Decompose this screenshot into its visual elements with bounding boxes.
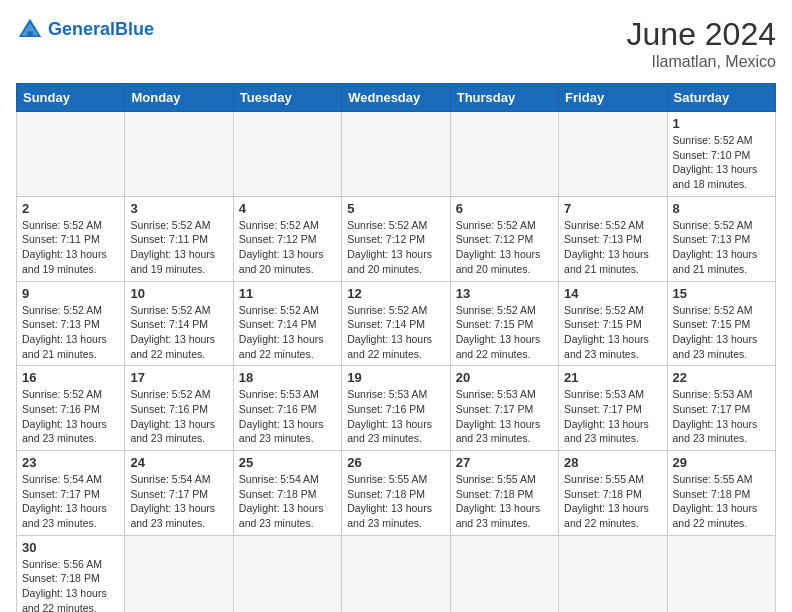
day-info: Sunrise: 5:55 AM Sunset: 7:18 PM Dayligh… <box>456 472 553 531</box>
calendar-cell: 2Sunrise: 5:52 AM Sunset: 7:11 PM Daylig… <box>17 196 125 281</box>
day-info: Sunrise: 5:52 AM Sunset: 7:14 PM Dayligh… <box>130 303 227 362</box>
logo-icon <box>16 16 44 44</box>
day-header-wednesday: Wednesday <box>342 84 450 112</box>
day-info: Sunrise: 5:52 AM Sunset: 7:15 PM Dayligh… <box>564 303 661 362</box>
calendar-cell <box>125 112 233 197</box>
calendar-week-2: 9Sunrise: 5:52 AM Sunset: 7:13 PM Daylig… <box>17 281 776 366</box>
day-number: 27 <box>456 455 553 470</box>
calendar-cell <box>125 535 233 612</box>
day-number: 13 <box>456 286 553 301</box>
calendar-cell <box>342 535 450 612</box>
day-number: 25 <box>239 455 336 470</box>
day-info: Sunrise: 5:53 AM Sunset: 7:16 PM Dayligh… <box>347 387 444 446</box>
day-number: 12 <box>347 286 444 301</box>
calendar-cell <box>450 112 558 197</box>
calendar-cell: 26Sunrise: 5:55 AM Sunset: 7:18 PM Dayli… <box>342 451 450 536</box>
day-header-monday: Monday <box>125 84 233 112</box>
day-info: Sunrise: 5:54 AM Sunset: 7:17 PM Dayligh… <box>22 472 119 531</box>
day-number: 8 <box>673 201 770 216</box>
title-block: June 2024 Ilamatlan, Mexico <box>627 16 776 71</box>
day-header-saturday: Saturday <box>667 84 775 112</box>
calendar-cell: 8Sunrise: 5:52 AM Sunset: 7:13 PM Daylig… <box>667 196 775 281</box>
day-header-tuesday: Tuesday <box>233 84 341 112</box>
day-header-friday: Friday <box>559 84 667 112</box>
calendar-cell: 4Sunrise: 5:52 AM Sunset: 7:12 PM Daylig… <box>233 196 341 281</box>
day-number: 15 <box>673 286 770 301</box>
calendar-cell: 3Sunrise: 5:52 AM Sunset: 7:11 PM Daylig… <box>125 196 233 281</box>
day-info: Sunrise: 5:52 AM Sunset: 7:10 PM Dayligh… <box>673 133 770 192</box>
logo-general: General <box>48 19 115 39</box>
calendar-cell: 1Sunrise: 5:52 AM Sunset: 7:10 PM Daylig… <box>667 112 775 197</box>
day-info: Sunrise: 5:52 AM Sunset: 7:13 PM Dayligh… <box>673 218 770 277</box>
day-number: 23 <box>22 455 119 470</box>
day-number: 20 <box>456 370 553 385</box>
day-info: Sunrise: 5:52 AM Sunset: 7:13 PM Dayligh… <box>22 303 119 362</box>
calendar-cell: 20Sunrise: 5:53 AM Sunset: 7:17 PM Dayli… <box>450 366 558 451</box>
calendar-cell: 30Sunrise: 5:56 AM Sunset: 7:18 PM Dayli… <box>17 535 125 612</box>
day-number: 28 <box>564 455 661 470</box>
day-info: Sunrise: 5:52 AM Sunset: 7:12 PM Dayligh… <box>347 218 444 277</box>
day-number: 5 <box>347 201 444 216</box>
calendar-cell <box>233 535 341 612</box>
day-number: 29 <box>673 455 770 470</box>
calendar-cell: 18Sunrise: 5:53 AM Sunset: 7:16 PM Dayli… <box>233 366 341 451</box>
day-info: Sunrise: 5:54 AM Sunset: 7:18 PM Dayligh… <box>239 472 336 531</box>
calendar-cell <box>559 112 667 197</box>
calendar-table: SundayMondayTuesdayWednesdayThursdayFrid… <box>16 83 776 612</box>
day-info: Sunrise: 5:52 AM Sunset: 7:11 PM Dayligh… <box>22 218 119 277</box>
calendar-cell: 10Sunrise: 5:52 AM Sunset: 7:14 PM Dayli… <box>125 281 233 366</box>
day-number: 6 <box>456 201 553 216</box>
day-number: 30 <box>22 540 119 555</box>
calendar-header-row: SundayMondayTuesdayWednesdayThursdayFrid… <box>17 84 776 112</box>
calendar-week-1: 2Sunrise: 5:52 AM Sunset: 7:11 PM Daylig… <box>17 196 776 281</box>
calendar-cell: 11Sunrise: 5:52 AM Sunset: 7:14 PM Dayli… <box>233 281 341 366</box>
day-number: 14 <box>564 286 661 301</box>
day-info: Sunrise: 5:52 AM Sunset: 7:15 PM Dayligh… <box>673 303 770 362</box>
day-info: Sunrise: 5:54 AM Sunset: 7:17 PM Dayligh… <box>130 472 227 531</box>
day-info: Sunrise: 5:56 AM Sunset: 7:18 PM Dayligh… <box>22 557 119 612</box>
day-number: 17 <box>130 370 227 385</box>
logo-text: GeneralBlue <box>48 20 154 40</box>
day-number: 11 <box>239 286 336 301</box>
day-info: Sunrise: 5:53 AM Sunset: 7:17 PM Dayligh… <box>564 387 661 446</box>
day-info: Sunrise: 5:52 AM Sunset: 7:14 PM Dayligh… <box>239 303 336 362</box>
calendar-cell: 17Sunrise: 5:52 AM Sunset: 7:16 PM Dayli… <box>125 366 233 451</box>
day-header-sunday: Sunday <box>17 84 125 112</box>
calendar-cell: 23Sunrise: 5:54 AM Sunset: 7:17 PM Dayli… <box>17 451 125 536</box>
calendar-week-5: 30Sunrise: 5:56 AM Sunset: 7:18 PM Dayli… <box>17 535 776 612</box>
calendar-cell <box>17 112 125 197</box>
calendar-cell <box>450 535 558 612</box>
day-info: Sunrise: 5:53 AM Sunset: 7:17 PM Dayligh… <box>456 387 553 446</box>
day-number: 24 <box>130 455 227 470</box>
page-header: GeneralBlue June 2024 Ilamatlan, Mexico <box>16 16 776 71</box>
calendar-cell: 13Sunrise: 5:52 AM Sunset: 7:15 PM Dayli… <box>450 281 558 366</box>
day-number: 9 <box>22 286 119 301</box>
calendar-cell: 6Sunrise: 5:52 AM Sunset: 7:12 PM Daylig… <box>450 196 558 281</box>
calendar-cell <box>233 112 341 197</box>
day-number: 1 <box>673 116 770 131</box>
day-number: 26 <box>347 455 444 470</box>
day-info: Sunrise: 5:52 AM Sunset: 7:12 PM Dayligh… <box>239 218 336 277</box>
svg-rect-2 <box>27 31 33 37</box>
calendar-week-4: 23Sunrise: 5:54 AM Sunset: 7:17 PM Dayli… <box>17 451 776 536</box>
day-info: Sunrise: 5:52 AM Sunset: 7:14 PM Dayligh… <box>347 303 444 362</box>
calendar-cell: 9Sunrise: 5:52 AM Sunset: 7:13 PM Daylig… <box>17 281 125 366</box>
day-number: 3 <box>130 201 227 216</box>
calendar-cell: 24Sunrise: 5:54 AM Sunset: 7:17 PM Dayli… <box>125 451 233 536</box>
calendar-cell <box>559 535 667 612</box>
day-info: Sunrise: 5:55 AM Sunset: 7:18 PM Dayligh… <box>564 472 661 531</box>
day-info: Sunrise: 5:52 AM Sunset: 7:15 PM Dayligh… <box>456 303 553 362</box>
day-number: 7 <box>564 201 661 216</box>
day-info: Sunrise: 5:52 AM Sunset: 7:12 PM Dayligh… <box>456 218 553 277</box>
calendar-cell: 29Sunrise: 5:55 AM Sunset: 7:18 PM Dayli… <box>667 451 775 536</box>
calendar-cell: 12Sunrise: 5:52 AM Sunset: 7:14 PM Dayli… <box>342 281 450 366</box>
month-year: June 2024 <box>627 16 776 53</box>
logo-blue: Blue <box>115 19 154 39</box>
calendar-cell <box>342 112 450 197</box>
calendar-cell: 7Sunrise: 5:52 AM Sunset: 7:13 PM Daylig… <box>559 196 667 281</box>
day-number: 18 <box>239 370 336 385</box>
day-info: Sunrise: 5:52 AM Sunset: 7:11 PM Dayligh… <box>130 218 227 277</box>
day-number: 16 <box>22 370 119 385</box>
calendar-cell: 28Sunrise: 5:55 AM Sunset: 7:18 PM Dayli… <box>559 451 667 536</box>
calendar-cell: 21Sunrise: 5:53 AM Sunset: 7:17 PM Dayli… <box>559 366 667 451</box>
